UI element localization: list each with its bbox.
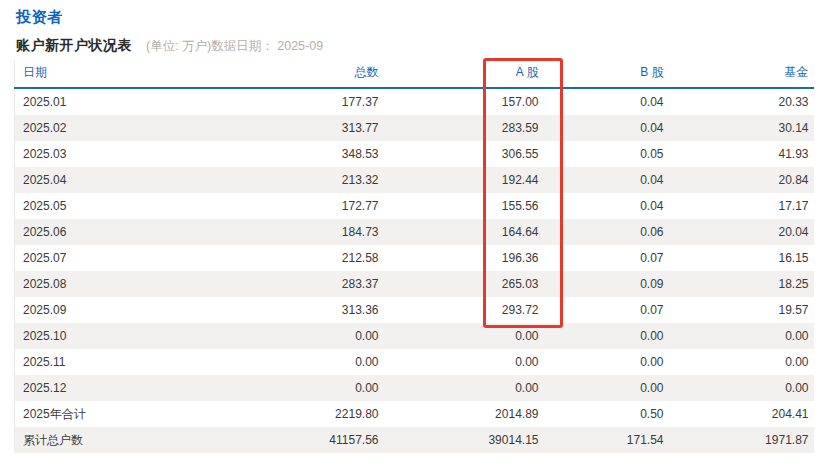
date-cell: 2025年合计 xyxy=(15,401,215,427)
date-cell: 2025.08 xyxy=(15,271,215,297)
fund-cell: 41.93 xyxy=(669,141,814,167)
a-share-cell: 196.36 xyxy=(384,245,544,271)
total-cell: 0.00 xyxy=(215,323,384,349)
fund-cell: 19.57 xyxy=(669,297,814,323)
b-share-cell: 0.50 xyxy=(544,401,669,427)
table-row: 2025.02313.77283.590.0430.14 xyxy=(15,115,814,141)
total-cell: 0.00 xyxy=(215,349,384,375)
total-cell: 177.37 xyxy=(215,88,384,115)
fund-cell: 1971.87 xyxy=(669,427,814,453)
table-row: 2025.06184.73164.640.0620.04 xyxy=(15,219,814,245)
b-share-cell: 0.00 xyxy=(544,323,669,349)
total-cell: 0.00 xyxy=(215,375,384,401)
b-share-cell: 0.00 xyxy=(544,349,669,375)
fund-cell: 20.33 xyxy=(669,88,814,115)
date-cell: 2025.11 xyxy=(15,349,215,375)
col-header-total: 总数 xyxy=(215,60,384,88)
b-share-cell: 0.04 xyxy=(544,88,669,115)
b-share-cell: 0.07 xyxy=(544,245,669,271)
col-header-b-share: B 股 xyxy=(544,60,669,88)
b-share-cell: 0.06 xyxy=(544,219,669,245)
col-header-fund: 基金 xyxy=(669,60,814,88)
date-cell: 2025.04 xyxy=(15,167,215,193)
total-cell: 213.32 xyxy=(215,167,384,193)
a-share-cell: 192.44 xyxy=(384,167,544,193)
total-cell: 313.77 xyxy=(215,115,384,141)
section-title: 投资者 xyxy=(16,8,63,27)
b-share-cell: 0.05 xyxy=(544,141,669,167)
date-cell: 2025.12 xyxy=(15,375,215,401)
fund-cell: 30.14 xyxy=(669,115,814,141)
total-cell: 313.36 xyxy=(215,297,384,323)
total-cell: 212.58 xyxy=(215,245,384,271)
total-cell: 2219.80 xyxy=(215,401,384,427)
table-row: 2025.01177.37157.000.0420.33 xyxy=(15,88,814,115)
table-row: 2025年合计2219.802014.890.50204.41 xyxy=(15,401,814,427)
investor-accounts-page: 投资者 账户新开户状况表(单位: 万户)数据日期： 2025-09 日期 总数 … xyxy=(0,0,829,466)
fund-cell: 17.17 xyxy=(669,193,814,219)
table-row: 2025.07212.58196.360.0716.15 xyxy=(15,245,814,271)
table-row: 2025.100.000.000.000.00 xyxy=(15,323,814,349)
total-cell: 348.53 xyxy=(215,141,384,167)
a-share-cell: 164.64 xyxy=(384,219,544,245)
table-row: 2025.09313.36293.720.0719.57 xyxy=(15,297,814,323)
fund-cell: 20.84 xyxy=(669,167,814,193)
date-cell: 2025.03 xyxy=(15,141,215,167)
a-share-cell: 0.00 xyxy=(384,375,544,401)
date-cell: 2025.09 xyxy=(15,297,215,323)
total-cell: 41157.56 xyxy=(215,427,384,453)
a-share-cell: 306.55 xyxy=(384,141,544,167)
table-row: 2025.04213.32192.440.0420.84 xyxy=(15,167,814,193)
fund-cell: 204.41 xyxy=(669,401,814,427)
date-cell: 2025.07 xyxy=(15,245,215,271)
date-cell: 2025.05 xyxy=(15,193,215,219)
fund-cell: 0.00 xyxy=(669,375,814,401)
col-header-date: 日期 xyxy=(15,60,215,88)
date-cell: 2025.01 xyxy=(15,88,215,115)
a-share-cell: 2014.89 xyxy=(384,401,544,427)
b-share-cell: 0.04 xyxy=(544,193,669,219)
total-cell: 283.37 xyxy=(215,271,384,297)
a-share-cell: 265.03 xyxy=(384,271,544,297)
b-share-cell: 0.07 xyxy=(544,297,669,323)
table-title: 账户新开户状况表 xyxy=(16,37,132,53)
fund-cell: 0.00 xyxy=(669,323,814,349)
date-cell: 2025.02 xyxy=(15,115,215,141)
table-body: 2025.01177.37157.000.0420.332025.02313.7… xyxy=(15,88,814,453)
table-row: 2025.03348.53306.550.0541.93 xyxy=(15,141,814,167)
table-header-row: 日期 总数 A 股 B 股 基金 xyxy=(15,60,814,88)
total-cell: 172.77 xyxy=(215,193,384,219)
fund-cell: 20.04 xyxy=(669,219,814,245)
table-row: 2025.05172.77155.560.0417.17 xyxy=(15,193,814,219)
table-row: 2025.120.000.000.000.00 xyxy=(15,375,814,401)
table-title-row: 账户新开户状况表(单位: 万户)数据日期： 2025-09 xyxy=(16,36,323,55)
table-row: 2025.110.000.000.000.00 xyxy=(15,349,814,375)
table-header: 日期 总数 A 股 B 股 基金 xyxy=(15,60,814,88)
total-cell: 184.73 xyxy=(215,219,384,245)
b-share-cell: 0.04 xyxy=(544,167,669,193)
fund-cell: 16.15 xyxy=(669,245,814,271)
a-share-cell: 0.00 xyxy=(384,349,544,375)
fund-cell: 0.00 xyxy=(669,349,814,375)
a-share-cell: 155.56 xyxy=(384,193,544,219)
table-unit-and-date-note: (单位: 万户)数据日期： 2025-09 xyxy=(146,39,323,53)
a-share-cell: 0.00 xyxy=(384,323,544,349)
fund-cell: 18.25 xyxy=(669,271,814,297)
new-accounts-table: 日期 总数 A 股 B 股 基金 2025.01177.37157.000.04… xyxy=(14,60,814,453)
a-share-cell: 283.59 xyxy=(384,115,544,141)
a-share-cell: 293.72 xyxy=(384,297,544,323)
date-cell: 2025.10 xyxy=(15,323,215,349)
date-cell: 2025.06 xyxy=(15,219,215,245)
b-share-cell: 0.09 xyxy=(544,271,669,297)
a-share-cell: 157.00 xyxy=(384,88,544,115)
b-share-cell: 0.04 xyxy=(544,115,669,141)
a-share-cell: 39014.15 xyxy=(384,427,544,453)
table-row: 2025.08283.37265.030.0918.25 xyxy=(15,271,814,297)
table-row: 累计总户数41157.5639014.15171.541971.87 xyxy=(15,427,814,453)
date-cell: 累计总户数 xyxy=(15,427,215,453)
b-share-cell: 171.54 xyxy=(544,427,669,453)
col-header-a-share: A 股 xyxy=(384,60,544,88)
b-share-cell: 0.00 xyxy=(544,375,669,401)
